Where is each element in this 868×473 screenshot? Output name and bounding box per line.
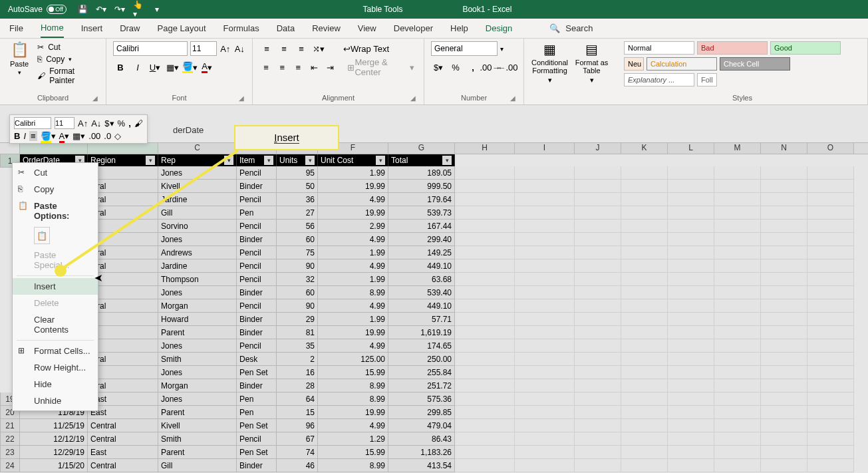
empty-cell[interactable] [714,313,761,326]
filter-icon[interactable]: ▾ [376,156,385,165]
empty-cell[interactable] [668,326,714,339]
cell[interactable]: 29 [277,313,318,326]
empty-cell[interactable] [714,419,761,432]
undo-icon[interactable]: ↶▾ [96,4,106,15]
col-header-i[interactable]: I [515,143,575,154]
empty-cell[interactable] [455,286,515,299]
empty-cell[interactable] [621,353,668,366]
empty-cell[interactable] [575,246,621,259]
ctx-cut[interactable]: ✂Cut [13,164,98,181]
empty-cell[interactable] [807,299,854,313]
empty-cell[interactable] [807,379,854,393]
empty-cell[interactable] [807,393,854,406]
mini-dec-decimal-icon[interactable]: .0 [104,131,111,141]
copy-button[interactable]: ⎘Copy▾ [37,53,99,65]
empty-cell[interactable] [515,406,575,419]
empty-cell[interactable] [761,353,807,366]
mini-increase-font-icon[interactable]: A↑ [78,118,88,128]
cell[interactable]: 75 [277,246,318,259]
th-item[interactable]: Item▾ [237,154,277,166]
empty-cell[interactable] [714,406,761,419]
filter-icon[interactable]: ▾ [146,156,155,165]
empty-cell[interactable] [455,313,515,326]
empty-cell[interactable] [761,406,807,419]
empty-cell[interactable] [761,366,807,379]
empty-cell[interactable] [714,233,761,246]
empty-cell[interactable] [575,419,621,432]
cell[interactable]: Pencil [237,220,277,233]
empty-cell[interactable] [575,459,621,472]
empty-cell[interactable] [807,220,854,233]
tab-draw[interactable]: Draw [120,19,140,37]
cell[interactable]: 19.99 [318,180,388,193]
cell[interactable]: 539.40 [388,286,455,299]
cell[interactable]: Pencil [237,432,277,446]
tab-file[interactable]: File [9,19,23,37]
cell[interactable]: 8.99 [318,459,388,472]
style-explanatory[interactable]: Explanatory ... [624,73,694,86]
cell[interactable]: Jones [158,233,237,246]
cell[interactable]: 16 [277,366,318,379]
mini-inc-decimal-icon[interactable]: .00 [88,131,100,141]
empty-cell[interactable] [621,379,668,393]
empty-cell[interactable] [761,259,807,273]
empty-cell[interactable] [455,353,515,366]
empty-cell[interactable] [515,259,575,273]
cell[interactable]: 19.99 [318,206,388,220]
empty-cell[interactable] [575,206,621,220]
cell[interactable]: Jardine [158,259,237,273]
cell[interactable]: 575.36 [388,393,455,406]
empty-cell[interactable] [761,220,807,233]
empty-cell[interactable] [515,446,575,459]
cell[interactable]: Gill [158,206,237,220]
cell[interactable]: Pencil [237,193,277,206]
empty-cell[interactable] [714,339,761,353]
empty-cell[interactable] [714,446,761,459]
cell[interactable]: Thompson [158,273,237,286]
cell[interactable]: 1,619.19 [388,326,455,339]
cell[interactable]: 4.99 [318,419,388,432]
cell[interactable]: 36 [277,193,318,206]
number-format-select[interactable] [431,41,498,56]
tab-data[interactable]: Data [277,19,295,37]
paste-button[interactable]: 📋 Paste ▾ [7,41,32,86]
cell[interactable]: Jones [158,339,237,353]
format-as-table-button[interactable]: ▤ Format as Table▾ [573,41,611,84]
mini-font-select[interactable] [14,117,51,129]
empty-cell[interactable] [515,233,575,246]
cell[interactable]: Jones [158,286,237,299]
cell[interactable]: Binder [237,379,277,393]
filter-icon[interactable]: ▾ [264,156,273,165]
tell-me-search[interactable]: 🔍 Search [549,23,593,33]
cell[interactable]: Pen [237,406,277,419]
empty-cell[interactable] [455,339,515,353]
cell[interactable]: Pencil [237,273,277,286]
cell[interactable]: 64 [277,393,318,406]
empty-cell[interactable] [455,259,515,273]
cell[interactable]: Parent [158,326,237,339]
empty-cell[interactable] [807,246,854,259]
decrease-font-icon[interactable]: A↓ [234,41,246,56]
cell[interactable]: 86.43 [388,432,455,446]
empty-cell[interactable] [714,393,761,406]
empty-cell[interactable] [668,220,714,233]
empty-cell[interactable] [807,286,854,299]
empty-cell[interactable] [575,259,621,273]
cell[interactable]: 2 [277,353,318,366]
filter-icon[interactable]: ▾ [442,156,452,165]
empty-cell[interactable] [455,273,515,286]
empty-cell[interactable] [621,220,668,233]
cell[interactable]: 35 [277,339,318,353]
empty-cell[interactable] [761,379,807,393]
align-left-icon[interactable]: ≡ [259,60,273,75]
cell[interactable]: Binder [237,459,277,472]
select-all-corner[interactable] [0,143,20,154]
align-bottom-icon[interactable]: ≡ [294,41,309,56]
clipboard-dialog-icon[interactable]: ◢ [92,94,98,102]
cell[interactable]: Pen Set [237,446,277,459]
cell[interactable]: Pen [237,206,277,220]
empty-cell[interactable] [621,419,668,432]
accounting-format-icon[interactable]: $▾ [431,60,446,75]
cell[interactable]: 95 [277,166,318,180]
empty-cell[interactable] [714,299,761,313]
